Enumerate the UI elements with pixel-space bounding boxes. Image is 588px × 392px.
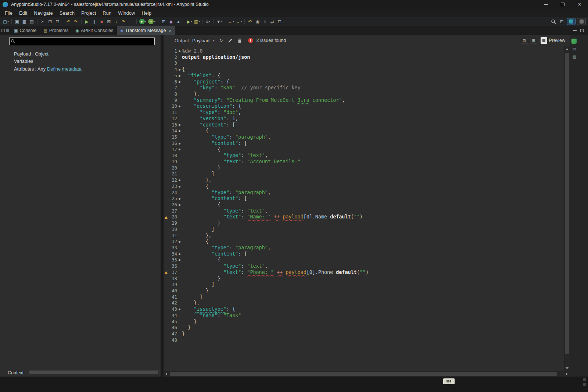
cut-icon[interactable]: ✂ (39, 18, 46, 25)
debug-icon[interactable]: ●▾ (147, 18, 156, 25)
tree-item-0[interactable]: Payload : Object (14, 50, 161, 58)
tab-console[interactable]: ▣Console (11, 26, 40, 35)
horizontal-scroll-track[interactable] (169, 371, 564, 377)
tab-problems[interactable]: ▤Problems (40, 26, 72, 35)
payload-dropdown[interactable]: Payload (192, 38, 209, 43)
terminate-icon[interactable]: ■ (98, 18, 105, 25)
search-icon[interactable] (550, 18, 557, 25)
global-elements-icon[interactable]: ◆ (168, 18, 175, 25)
maximize-button[interactable] (554, 0, 571, 9)
mule-perspective-button[interactable] (567, 18, 576, 25)
menu-window[interactable]: Window (115, 10, 138, 17)
fold-marker-icon[interactable] (179, 81, 180, 83)
disconnect-icon[interactable]: ⊠ (105, 18, 112, 25)
restore-view-icon[interactable]: ▥ (571, 54, 577, 59)
edit-icon[interactable] (228, 38, 233, 43)
pin-editor-icon[interactable]: ◉ (254, 18, 261, 25)
resume-icon[interactable]: ▶ (83, 18, 90, 25)
remove-all-marks-icon[interactable]: × (261, 18, 268, 25)
close-button[interactable]: × (571, 0, 588, 9)
vertical-scroll-thumb[interactable] (565, 53, 569, 354)
link-with-editor-icon[interactable]: ⇄ (269, 18, 276, 25)
panel-sash[interactable] (161, 35, 164, 377)
minimize-button[interactable] (537, 0, 554, 9)
outline-view-icon[interactable]: ▤ (571, 46, 577, 51)
chevron-down-icon[interactable]: ▾ (213, 39, 215, 42)
fold-marker-icon[interactable] (179, 106, 180, 107)
fold-marker-icon[interactable] (179, 309, 180, 310)
fold-marker-icon[interactable] (179, 186, 180, 188)
paste-icon[interactable]: ⊟ (54, 18, 61, 25)
scroll-down-icon[interactable] (564, 366, 570, 371)
vertical-scroll-track[interactable] (564, 52, 570, 366)
back-icon[interactable]: ←▾ (227, 18, 235, 25)
split-view-icon[interactable]: ⊞ (530, 38, 537, 43)
define-metadata-link[interactable]: Define metadata (47, 66, 82, 72)
fold-marker-icon[interactable] (179, 259, 180, 261)
metadata-search-input[interactable] (9, 38, 155, 45)
menu-file[interactable]: File (1, 10, 16, 17)
warning-marker-icon[interactable] (165, 271, 168, 274)
menu-run[interactable]: Run (99, 10, 115, 17)
menu-project[interactable]: Project (78, 10, 99, 17)
new-mule-project-icon[interactable]: ⊞ (160, 18, 167, 25)
horizontal-scrollbar[interactable] (164, 371, 570, 377)
mark-occurrences-icon[interactable]: ≡▾ (205, 18, 212, 25)
step-return-icon[interactable]: ↑ (128, 18, 135, 25)
trim-view-filled-icon[interactable] (6, 29, 9, 32)
refresh-icon[interactable]: ↻ (219, 38, 223, 43)
fold-marker-icon[interactable] (179, 143, 180, 145)
forward-icon[interactable]: →▾ (235, 18, 243, 25)
preview-label[interactable]: Preview (549, 38, 565, 43)
warning-marker-icon[interactable] (165, 216, 168, 219)
mule-palette-icon[interactable] (571, 39, 577, 44)
trim-view-icon[interactable] (1, 29, 5, 32)
deploy-application-icon[interactable]: ▲ (175, 18, 182, 25)
undo-icon[interactable]: ↶ (65, 18, 72, 25)
menu-search[interactable]: Search (56, 10, 78, 17)
collapse-all-icon[interactable]: ⊟ (276, 18, 283, 25)
source-only-view-icon[interactable]: ⊡ (521, 38, 528, 43)
external-tools-icon[interactable]: ▶▾ (186, 18, 193, 25)
print-icon[interactable]: ▤ (28, 18, 35, 25)
fold-marker-icon[interactable] (179, 204, 180, 206)
fold-marker-icon[interactable] (179, 253, 180, 255)
fold-marker-icon[interactable] (179, 198, 180, 200)
scroll-left-icon[interactable] (164, 371, 169, 377)
close-tab-icon[interactable]: × (169, 28, 172, 33)
debug-perspective-button[interactable] (577, 18, 586, 25)
fold-marker-icon[interactable] (179, 241, 180, 243)
horizontal-scroll-thumb[interactable] (170, 372, 557, 376)
code-area[interactable]: 1%dw 2.02output application/json3---4{5 … (164, 46, 564, 371)
save-icon[interactable]: ▣ (14, 18, 21, 25)
menu-navigate[interactable]: Navigate (31, 10, 56, 17)
fold-marker-icon[interactable] (179, 50, 180, 52)
preview-toggle-icon[interactable] (541, 37, 547, 44)
minimize-view-icon[interactable] (573, 30, 577, 31)
issues-count[interactable]: 2 issues found (257, 38, 286, 43)
scrollbar-thumb[interactable] (29, 371, 158, 374)
menu-edit[interactable]: Edit (16, 10, 31, 17)
open-perspective-icon[interactable]: ⊞ (558, 18, 565, 25)
scroll-up-icon[interactable] (564, 46, 570, 52)
fold-marker-icon[interactable] (179, 124, 180, 126)
filters-icon[interactable]: ▼▾ (216, 18, 223, 25)
tree-item-2[interactable]: Attributes : AnyDefine metadata (14, 65, 161, 73)
tab-transform-message[interactable]: ◈Transform Message× (117, 26, 175, 35)
fold-marker-icon[interactable] (179, 130, 180, 132)
redo-icon[interactable]: ↷ (72, 18, 79, 25)
save-all-icon[interactable]: ▩ (21, 18, 28, 25)
scroll-right-icon[interactable] (564, 371, 570, 377)
coverage-icon[interactable]: ▥▾ (193, 18, 201, 25)
fold-marker-icon[interactable] (179, 75, 180, 77)
new-wizard-icon[interactable]: ▢▾ (2, 18, 10, 25)
copy-icon[interactable]: ⊞ (47, 18, 54, 25)
step-into-icon[interactable]: ↓ (113, 18, 120, 25)
keyboard-icon[interactable] (443, 378, 455, 384)
step-over-icon[interactable]: ↷ (120, 18, 127, 25)
pause-icon[interactable]: ∥ (91, 18, 98, 25)
maximize-view-icon[interactable] (580, 29, 584, 32)
last-edit-location-icon[interactable]: ↶ (247, 18, 254, 25)
tab-apikit-consoles[interactable]: ◉APIkit Consoles (72, 26, 117, 35)
run-icon[interactable]: ▶▾ (139, 18, 147, 25)
